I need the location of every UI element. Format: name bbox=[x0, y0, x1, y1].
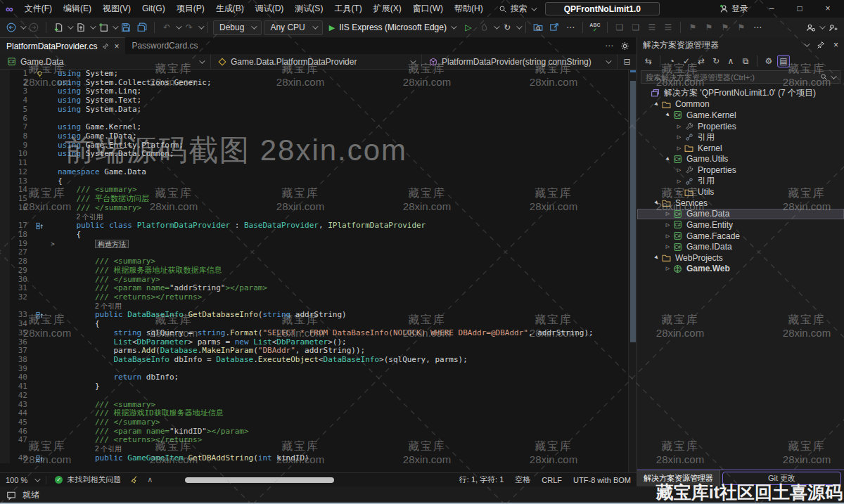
collapsed-arrow-icon[interactable]: ▷ bbox=[674, 124, 684, 129]
code-line[interactable]: 2 个引用 bbox=[0, 213, 637, 222]
code-line[interactable]: 39 bbox=[0, 365, 637, 374]
chevron-down-icon[interactable] bbox=[199, 58, 205, 63]
uncomment-button[interactable]: ❏ bbox=[629, 20, 643, 35]
collapsed-arrow-icon[interactable]: ▷ bbox=[663, 266, 672, 271]
collapsed-arrow-icon[interactable]: ▷ bbox=[674, 146, 684, 151]
code-line[interactable]: 32 /// <returns></returns> bbox=[0, 293, 637, 302]
menu-item-10[interactable]: 扩展(X) bbox=[368, 0, 407, 18]
tree-item[interactable]: ▷引用 bbox=[637, 131, 844, 143]
codelens-references[interactable]: 2 个引用 bbox=[95, 302, 122, 310]
health-indicator[interactable]: ✓ 未找到相关问题 bbox=[55, 474, 121, 485]
next-bookmark-button[interactable]: ⚑ bbox=[718, 20, 732, 35]
collapsed-arrow-icon[interactable]: ▷ bbox=[663, 244, 672, 250]
window-position-chevron-icon[interactable] bbox=[804, 41, 810, 46]
menu-item-2[interactable]: 编辑(E) bbox=[58, 0, 97, 18]
decrease-indent-button[interactable]: ☰ bbox=[645, 20, 659, 35]
scrollbar-thumb[interactable] bbox=[185, 477, 334, 483]
pin-icon[interactable] bbox=[817, 41, 825, 49]
title-search-control[interactable]: 搜索 bbox=[499, 3, 535, 15]
save-button[interactable] bbox=[119, 20, 133, 35]
settings-gear-icon[interactable]: ⚙ bbox=[762, 55, 775, 67]
code-line[interactable]: 43 /// <summary> bbox=[0, 401, 637, 410]
editor-settings-gear-icon[interactable] bbox=[620, 41, 629, 51]
toggle-bookmark-button[interactable]: ⚑ bbox=[686, 20, 700, 35]
collapsed-arrow-icon[interactable]: ▷ bbox=[674, 167, 684, 173]
code-line[interactable]: 2 个引用 bbox=[0, 445, 637, 454]
line-ending-indicator[interactable]: CRLF bbox=[542, 476, 562, 484]
collapsed-arrow-icon[interactable]: ▷ bbox=[674, 134, 684, 140]
tree-item[interactable]: ▷Utils bbox=[637, 186, 844, 198]
menu-item-1[interactable]: 文件(F) bbox=[19, 0, 58, 18]
back-dropdown-icon[interactable] bbox=[20, 23, 26, 29]
menu-item-8[interactable]: 测试(S) bbox=[289, 0, 328, 18]
code-line[interactable]: 14 /// <summary> bbox=[0, 186, 637, 195]
add-new-item-button[interactable] bbox=[96, 20, 110, 35]
code-line[interactable]: 12namespace Game.Data bbox=[0, 168, 637, 177]
start-debugging-button[interactable]: ▶ IIS Express (Microsoft Edge) bbox=[325, 20, 459, 35]
cleanup-dropdown-icon[interactable]: ∧ bbox=[147, 475, 153, 484]
close-panel-icon[interactable]: × bbox=[833, 40, 838, 50]
tree-item[interactable]: ▷C#Game.IData bbox=[637, 241, 844, 252]
code-line[interactable]: 15 /// 平台数据访问层 bbox=[0, 195, 637, 204]
pin-icon[interactable] bbox=[102, 43, 109, 50]
live-share-button[interactable] bbox=[803, 20, 817, 35]
chevron-down-icon[interactable] bbox=[531, 5, 537, 11]
code-line[interactable]: 4using System.Text; bbox=[0, 96, 637, 105]
collapsed-region-box[interactable]: 构造方法 bbox=[95, 240, 129, 248]
expanded-arrow-icon[interactable]: ▼ bbox=[651, 198, 663, 209]
sync-with-active-document-icon[interactable]: ⇆ bbox=[642, 55, 655, 67]
menu-item-6[interactable]: 生成(B) bbox=[210, 0, 250, 18]
code-line[interactable]: 29 /// 根据服务器地址获取数据库信息 bbox=[0, 266, 637, 276]
scrollbar-thumb[interactable] bbox=[630, 81, 636, 342]
solution-search-box[interactable] bbox=[641, 70, 840, 84]
code-line[interactable]: 30 /// </summary> bbox=[0, 276, 637, 285]
code-line[interactable]: 47 /// <returns></returns> bbox=[0, 436, 637, 445]
code-line[interactable]: 5using System.Data; bbox=[0, 105, 637, 115]
show-all-files-icon[interactable]: ▤ bbox=[777, 55, 790, 67]
solution-platforms-dropdown[interactable]: Any CPU bbox=[264, 20, 322, 35]
breadcrumb-item[interactable]: Game.Data.PlatformDataProvider bbox=[211, 54, 422, 69]
chevron-down-icon[interactable] bbox=[606, 58, 611, 63]
find-in-files-button[interactable] bbox=[531, 20, 545, 35]
expanded-arrow-icon[interactable]: ▼ bbox=[651, 99, 663, 110]
menu-item-11[interactable]: 窗口(W) bbox=[407, 0, 449, 18]
tree-item[interactable]: 解决方案 'QPFrontNoLimit1.0' (7 个项目) bbox=[637, 88, 844, 99]
refresh-dropdown-icon[interactable] bbox=[516, 23, 522, 29]
refresh-button[interactable]: ↻ bbox=[500, 20, 514, 35]
chevron-down-icon[interactable] bbox=[451, 23, 456, 29]
undo-button[interactable]: ↶ bbox=[160, 20, 174, 35]
push-arrow-icon[interactable]: ↑ bbox=[693, 491, 697, 500]
feedback-button[interactable] bbox=[826, 20, 840, 35]
search-options-chevron-icon[interactable] bbox=[831, 73, 836, 79]
close-tab-icon[interactable]: × bbox=[114, 41, 119, 51]
new-project-button[interactable] bbox=[51, 20, 65, 35]
minimize-button[interactable]: – bbox=[760, 0, 784, 18]
collapsed-arrow-icon[interactable]: ▷ bbox=[663, 222, 672, 228]
properties-pages-icon[interactable]: ⧉ bbox=[739, 55, 752, 67]
code-line[interactable]: 6 bbox=[0, 115, 637, 124]
spell-checker-button[interactable]: ABC✓ bbox=[588, 20, 602, 35]
sync-selection-icon[interactable]: ✓ bbox=[680, 55, 693, 67]
comment-button[interactable]: ❏ bbox=[613, 20, 627, 35]
code-line[interactable]: 40 return dbInfo; bbox=[0, 373, 637, 382]
collapsed-arrow-icon[interactable]: ▷ bbox=[663, 233, 672, 239]
menu-item-12[interactable]: 帮助(H) bbox=[449, 0, 489, 18]
code-editor[interactable]: 1using System;2using System.Collections.… bbox=[0, 70, 637, 472]
redo-button[interactable]: ↷ bbox=[182, 20, 196, 35]
tool-window-tab[interactable]: 解决方案资源管理器 bbox=[637, 470, 720, 486]
breadcrumb-item[interactable]: C#Game.Data bbox=[0, 54, 211, 69]
inheritance-margin-icon[interactable] bbox=[31, 311, 48, 320]
collapsed-arrow-icon[interactable]: ▷ bbox=[674, 179, 684, 184]
tool-window-tab[interactable]: Git 更改 bbox=[722, 472, 841, 485]
spaces-indicator[interactable]: 空格 bbox=[515, 474, 530, 485]
navigate-to-button[interactable] bbox=[547, 20, 561, 35]
code-line[interactable]: 11 bbox=[0, 159, 637, 168]
code-cleanup-broom-icon[interactable] bbox=[129, 475, 139, 484]
live-share-dropdown-icon[interactable] bbox=[819, 23, 825, 29]
tree-item[interactable]: ▷引用 bbox=[637, 176, 844, 187]
fold-margin[interactable]: > bbox=[48, 240, 58, 249]
code-line[interactable]: 37 parms.Add(Database.MakeInParam("DBAdd… bbox=[0, 347, 637, 356]
codelens-references[interactable]: 2 个引用 bbox=[95, 445, 122, 453]
code-line[interactable]: 19> 构造方法 bbox=[0, 240, 637, 249]
code-line[interactable]: 48 public GameGameItem GetDBAddString(in… bbox=[0, 454, 637, 463]
